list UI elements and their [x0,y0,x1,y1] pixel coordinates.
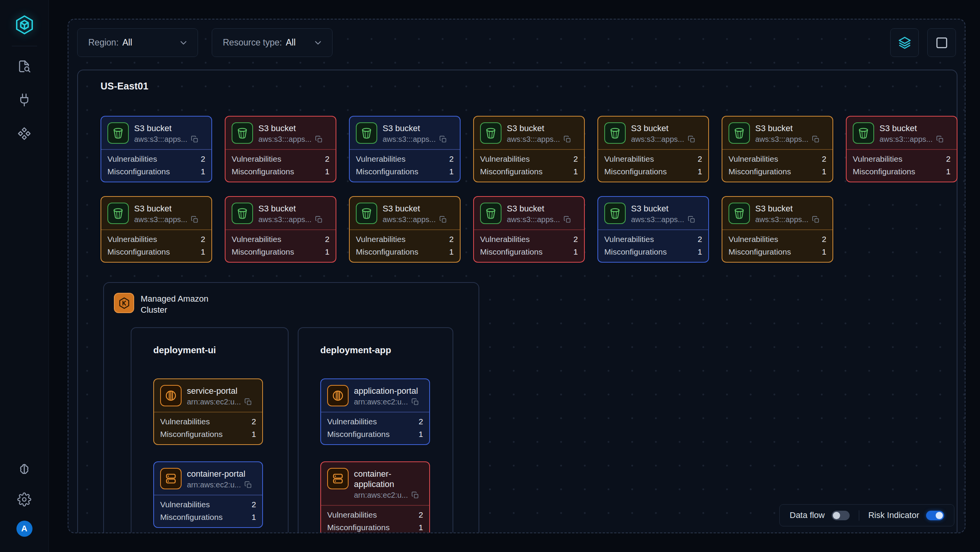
resource-arn: aws:s3:::apps... [258,215,312,224]
integrations-plug-icon[interactable] [15,91,34,109]
resource-card[interactable]: S3 bucket aws:s3:::apps... Vulnerabiliti… [722,196,833,263]
resource-card[interactable]: container-portal arn:aws:ec2:u... Vulner… [153,461,263,528]
eks-cluster-icon [114,293,134,313]
resource-card[interactable]: S3 bucket aws:s3:::apps... Vulnerabiliti… [473,116,585,182]
copy-icon[interactable] [191,216,199,224]
region-filter-value: All [122,37,132,48]
copy-icon[interactable] [411,398,419,406]
copy-icon[interactable] [563,216,571,224]
vulnerabilities-label: Vulnerabilities [160,417,210,426]
resource-card[interactable]: S3 bucket aws:s3:::apps... Vulnerabiliti… [225,116,336,182]
user-avatar[interactable]: A [16,521,32,537]
sidebar: A [0,0,49,552]
copy-icon[interactable] [812,216,820,224]
ai-brain-icon[interactable] [15,459,34,478]
filter-bar: Region: All Resource type: All [77,28,956,57]
misconfigurations-count: 1 [573,167,578,176]
resource-card[interactable]: S3 bucket aws:s3:::apps... Vulnerabiliti… [225,196,336,263]
container-circle-icon [160,385,182,406]
copy-icon[interactable] [244,398,252,406]
resource-type-filter[interactable]: Resource type: All [212,28,333,57]
region-filter[interactable]: Region: All [77,28,198,57]
resource-card[interactable]: container-application arn:aws:ec2:u... V… [320,461,430,533]
resource-arn: aws:s3:::apps... [755,135,808,144]
s3-bucket-icon [480,122,501,144]
s3-bucket-icon [480,203,501,224]
vulnerabilities-label: Vulnerabilities [729,154,778,164]
resource-card-header: S3 bucket aws:s3:::apps... [598,197,708,229]
resource-arn: aws:s3:::apps... [879,135,933,144]
resource-card[interactable]: S3 bucket aws:s3:::apps... Vulnerabiliti… [349,116,461,182]
region-group-us-east01: US-East01 S3 bucket aws:s3:::apps... Vul… [77,70,957,533]
graph-canvas[interactable]: Region: All Resource type: All US-East01 [68,19,965,533]
misconfigurations-row: Misconfigurations 1 [853,167,951,176]
vulnerabilities-row: Vulnerabilities 2 [480,235,578,244]
misconfigurations-count: 1 [822,167,826,176]
misconfigurations-count: 1 [201,167,205,176]
resource-card-header: S3 bucket aws:s3:::apps... [722,117,832,149]
misconfigurations-count: 1 [325,167,329,176]
resource-card[interactable]: S3 bucket aws:s3:::apps... Vulnerabiliti… [722,116,833,182]
resource-card[interactable]: S3 bucket aws:s3:::apps... Vulnerabiliti… [473,196,585,263]
vulnerabilities-label: Vulnerabilities [232,235,281,244]
asset-search-icon[interactable] [15,57,34,75]
controls-divider [859,510,859,521]
vulnerabilities-label: Vulnerabilities [604,235,654,244]
deployment-cards: service-portal arn:aws:ec2:u... Vulnerab… [153,378,288,528]
components-grid-icon[interactable] [15,124,34,143]
resource-type-filter-label: Resource type: [223,37,282,48]
copy-icon[interactable] [439,216,447,224]
resource-card[interactable]: S3 bucket aws:s3:::apps... Vulnerabiliti… [597,196,709,263]
risk-indicator-toggle[interactable] [926,511,944,520]
resource-card[interactable]: application-portal arn:aws:ec2:u... Vuln… [320,378,430,445]
copy-icon[interactable] [563,135,571,143]
resource-card-header: S3 bucket aws:s3:::apps... [474,197,584,229]
app-root: A Region: All Resource type: All [0,0,980,552]
copy-icon[interactable] [315,135,323,143]
misconfigurations-count: 1 [449,167,454,176]
frame-view-button[interactable] [927,28,956,57]
resource-stats: Vulnerabilities 2 Misconfigurations 1 [598,149,708,182]
copy-icon[interactable] [439,135,447,143]
resource-meta: S3 bucket aws:s3:::apps... [631,122,702,144]
copy-icon[interactable] [244,481,252,489]
resource-arn-row: aws:s3:::apps... [755,215,826,224]
misconfigurations-label: Misconfigurations [327,523,389,532]
copy-icon[interactable] [688,216,696,224]
vulnerabilities-label: Vulnerabilities [327,510,377,520]
layers-view-button[interactable] [890,28,919,57]
s3-card-row-1: S3 bucket aws:s3:::apps... Vulnerabiliti… [101,116,957,182]
vulnerabilities-label: Vulnerabilities [604,154,654,164]
misconfigurations-row: Misconfigurations 1 [604,167,702,176]
toggle-knob [936,512,943,519]
app-logo[interactable] [13,13,36,37]
settings-gear-icon[interactable] [15,490,34,508]
resource-meta: application-portal arn:aws:ec2:u... [354,385,423,406]
copy-icon[interactable] [191,135,199,143]
resource-title: application-portal [354,386,423,396]
resource-card[interactable]: S3 bucket aws:s3:::apps... Vulnerabiliti… [597,116,709,182]
copy-icon[interactable] [315,216,323,224]
resource-card[interactable]: S3 bucket aws:s3:::apps... Vulnerabiliti… [349,196,461,263]
copy-icon[interactable] [688,135,696,143]
copy-icon[interactable] [812,135,820,143]
resource-stats: Vulnerabilities 2 Misconfigurations 1 [474,229,584,262]
vulnerabilities-count: 2 [419,510,423,520]
resource-stats: Vulnerabilities 2 Misconfigurations 1 [598,229,708,262]
vulnerabilities-label: Vulnerabilities [107,235,157,244]
data-flow-toggle[interactable] [832,511,850,520]
resource-stats: Vulnerabilities 2 Misconfigurations 1 [226,149,336,182]
copy-icon[interactable] [411,491,419,499]
copy-icon[interactable] [936,135,944,143]
vulnerabilities-count: 2 [251,500,256,509]
resource-card[interactable]: S3 bucket aws:s3:::apps... Vulnerabiliti… [846,116,957,182]
resource-card-header: S3 bucket aws:s3:::apps... [598,117,708,149]
vulnerabilities-row: Vulnerabilities 2 [853,154,951,164]
resource-arn: aws:s3:::apps... [631,135,684,144]
resource-arn-row: arn:aws:ec2:u... [354,491,423,500]
region-filter-label: Region: [88,37,118,48]
resource-card[interactable]: S3 bucket aws:s3:::apps... Vulnerabiliti… [101,116,212,182]
resource-card[interactable]: service-portal arn:aws:ec2:u... Vulnerab… [153,378,263,445]
resource-card[interactable]: S3 bucket aws:s3:::apps... Vulnerabiliti… [101,196,212,263]
vulnerabilities-row: Vulnerabilities 2 [729,154,826,164]
